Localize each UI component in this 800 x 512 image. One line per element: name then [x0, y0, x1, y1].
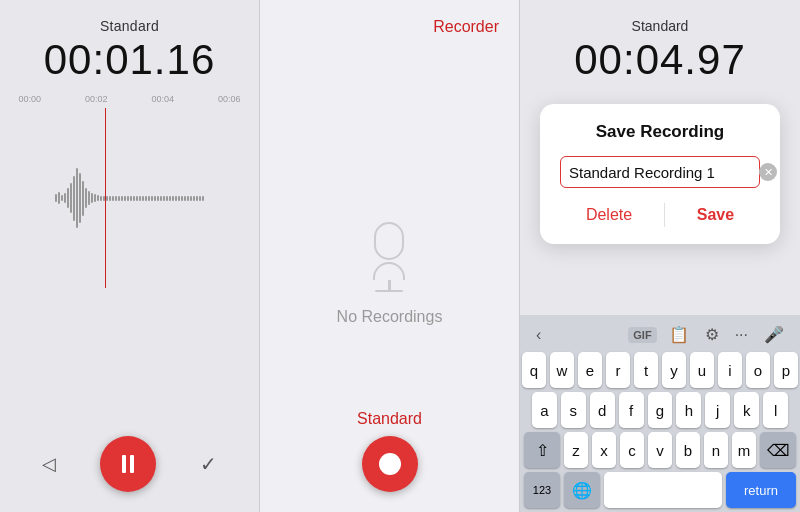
panel2-header: Recorder: [260, 0, 519, 36]
microphone-icon: [364, 222, 414, 292]
record-button[interactable]: [362, 436, 418, 492]
kb-key-m[interactable]: m: [732, 432, 756, 468]
waveform-area: 00:00 00:02 00:04 00:06: [15, 94, 245, 314]
keyboard-bottom-row: 123 🌐 return: [524, 472, 796, 508]
recording-name-input[interactable]: [569, 164, 759, 181]
kb-key-j[interactable]: j: [705, 392, 730, 428]
kb-numbers-key[interactable]: 123: [524, 472, 560, 508]
kb-toolbar-right: GIF 📋 ⚙ ··· 🎤: [628, 323, 788, 346]
waveform-timeline: 00:00 00:02 00:04 00:06: [15, 94, 245, 104]
panel3-top: Standard 00:04.97: [520, 0, 800, 84]
save-recording-dialog: Save Recording ✕ Delete Save: [540, 104, 780, 244]
kb-key-i[interactable]: i: [718, 352, 742, 388]
kb-back-btn[interactable]: ‹: [532, 324, 545, 346]
kb-mic-btn[interactable]: 🎤: [760, 323, 788, 346]
kb-key-y[interactable]: y: [662, 352, 686, 388]
kb-more-btn[interactable]: ···: [731, 324, 752, 346]
mode-label-3: Standard: [632, 18, 689, 34]
pause-icon: [122, 455, 134, 473]
kb-clipboard-btn[interactable]: 📋: [665, 323, 693, 346]
panel-recording-active: Standard 00:01.16 00:00 00:02 00:04 00:0…: [0, 0, 260, 512]
kb-key-n[interactable]: n: [704, 432, 728, 468]
kb-key-c[interactable]: c: [620, 432, 644, 468]
waveform-bars: [55, 108, 204, 288]
kb-key-p[interactable]: p: [774, 352, 798, 388]
panel-save-recording: Standard 00:04.97 Save Recording ✕ Delet…: [520, 0, 800, 512]
pause-button[interactable]: [100, 436, 156, 492]
kb-key-r[interactable]: r: [606, 352, 630, 388]
kb-settings-btn[interactable]: ⚙: [701, 323, 723, 346]
kb-key-z[interactable]: z: [564, 432, 588, 468]
kb-delete-key[interactable]: ⌫: [760, 432, 796, 468]
check-button[interactable]: ✓: [200, 452, 217, 476]
delete-button[interactable]: Delete: [566, 202, 652, 228]
kb-key-u[interactable]: u: [690, 352, 714, 388]
kb-return-key[interactable]: return: [726, 472, 796, 508]
kb-key-w[interactable]: w: [550, 352, 574, 388]
mode-label-1: Standard: [100, 18, 159, 34]
save-button[interactable]: Save: [677, 202, 754, 228]
kb-emoji-key[interactable]: 🌐: [564, 472, 600, 508]
kb-gif-button[interactable]: GIF: [628, 327, 656, 343]
kb-key-q[interactable]: q: [522, 352, 546, 388]
kb-key-t[interactable]: t: [634, 352, 658, 388]
kb-key-k[interactable]: k: [734, 392, 759, 428]
kb-key-o[interactable]: o: [746, 352, 770, 388]
waveform-canvas: [15, 108, 245, 288]
kb-key-l[interactable]: l: [763, 392, 788, 428]
kb-key-d[interactable]: d: [590, 392, 615, 428]
save-input-row: ✕: [560, 156, 760, 188]
arrow-back-button[interactable]: ◁: [42, 453, 56, 475]
kb-key-f[interactable]: f: [619, 392, 644, 428]
kb-key-x[interactable]: x: [592, 432, 616, 468]
keyboard-row-2: a s d f g h j k l: [524, 392, 796, 428]
keyboard-toolbar: ‹ GIF 📋 ⚙ ··· 🎤: [524, 321, 796, 352]
bottom-controls-1: ◁ ✓: [0, 436, 259, 492]
keyboard-row-3: ⇧ z x c v b n m ⌫: [524, 432, 796, 468]
recorder-button[interactable]: Recorder: [433, 18, 499, 36]
kb-shift-key[interactable]: ⇧: [524, 432, 560, 468]
kb-key-a[interactable]: a: [532, 392, 557, 428]
keyboard-row-numbers: q w e r t y u i o p: [524, 352, 796, 388]
kb-key-b[interactable]: b: [676, 432, 700, 468]
kb-key-h[interactable]: h: [676, 392, 701, 428]
kb-key-v[interactable]: v: [648, 432, 672, 468]
dialog-actions: Delete Save: [560, 202, 760, 228]
keyboard: ‹ GIF 📋 ⚙ ··· 🎤 q w e r t y u i o p a s: [520, 315, 800, 512]
clear-input-button[interactable]: ✕: [759, 163, 777, 181]
kb-key-e[interactable]: e: [578, 352, 602, 388]
dialog-title: Save Recording: [560, 122, 760, 142]
standard-mode-label[interactable]: Standard: [357, 410, 422, 428]
timer-3: 00:04.97: [574, 36, 746, 84]
timer-1: 00:01.16: [44, 36, 216, 84]
record-dot-icon: [379, 453, 401, 475]
panel-no-recordings: Recorder No Recordings Standard: [260, 0, 520, 512]
waveform-playhead: [105, 108, 107, 288]
kb-space-key[interactable]: [604, 472, 722, 508]
kb-key-g[interactable]: g: [648, 392, 673, 428]
bottom-controls-2: Standard: [260, 410, 519, 492]
dialog-divider: [664, 203, 665, 227]
no-recordings-text: No Recordings: [337, 308, 443, 326]
kb-key-s[interactable]: s: [561, 392, 586, 428]
